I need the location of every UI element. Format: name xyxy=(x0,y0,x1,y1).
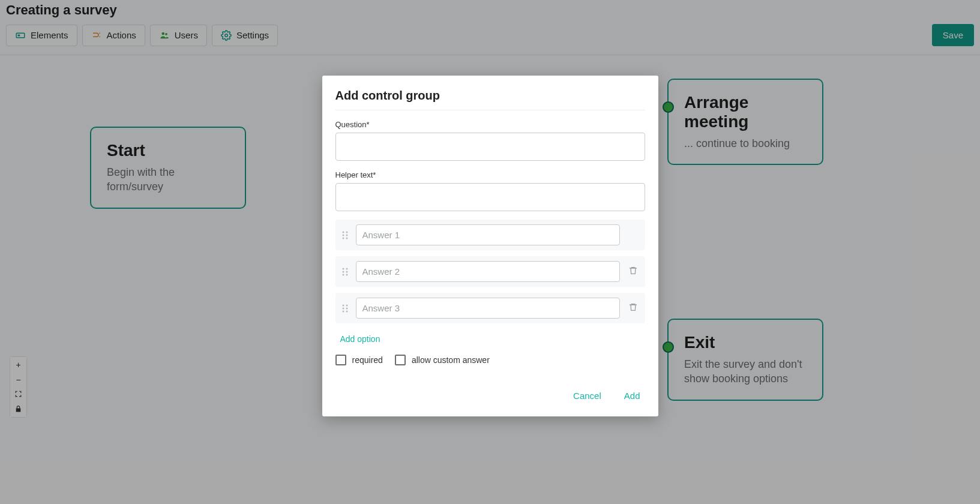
trash-icon xyxy=(628,266,638,277)
svg-point-10 xyxy=(346,237,347,239)
drag-handle-icon[interactable] xyxy=(339,266,351,278)
svg-point-7 xyxy=(342,234,344,236)
svg-point-5 xyxy=(342,231,344,233)
question-input[interactable] xyxy=(335,133,645,161)
drag-handle-icon[interactable] xyxy=(339,302,351,314)
checkbox-icon xyxy=(395,355,406,365)
modal-overlay[interactable]: Add control group Question* Helper text* xyxy=(0,0,980,504)
svg-point-19 xyxy=(342,307,344,309)
svg-point-9 xyxy=(342,237,344,239)
svg-point-13 xyxy=(342,271,344,272)
modal-title: Add control group xyxy=(335,89,645,110)
svg-point-8 xyxy=(346,234,347,236)
drag-handle-icon[interactable] xyxy=(339,229,351,241)
svg-point-12 xyxy=(346,268,347,269)
answer-row xyxy=(335,220,645,250)
add-control-group-modal: Add control group Question* Helper text* xyxy=(322,76,658,416)
svg-point-17 xyxy=(342,304,344,306)
svg-point-15 xyxy=(342,274,344,275)
checkbox-icon xyxy=(335,355,346,365)
svg-point-20 xyxy=(346,307,347,309)
delete-answer-button[interactable] xyxy=(625,300,642,317)
svg-point-22 xyxy=(346,310,347,312)
add-option-button[interactable]: Add option xyxy=(335,332,385,346)
answer-input[interactable] xyxy=(356,298,620,319)
answer-input[interactable] xyxy=(356,261,620,282)
allow-custom-checkbox[interactable]: allow custom answer xyxy=(395,355,490,365)
checkbox-row: required allow custom answer xyxy=(335,355,645,365)
required-label: required xyxy=(352,355,383,365)
modal-actions: Cancel Add xyxy=(335,387,645,404)
trash-spacer xyxy=(625,227,642,244)
svg-point-18 xyxy=(346,304,347,306)
add-button[interactable]: Add xyxy=(619,387,645,404)
answer-row xyxy=(335,293,645,323)
delete-answer-button[interactable] xyxy=(625,263,642,280)
svg-point-16 xyxy=(346,274,347,275)
allow-custom-label: allow custom answer xyxy=(412,355,490,365)
trash-icon xyxy=(628,302,638,314)
svg-point-6 xyxy=(346,231,347,233)
question-label: Question* xyxy=(335,120,645,129)
helper-text-label: Helper text* xyxy=(335,170,645,179)
helper-text-input[interactable] xyxy=(335,183,645,211)
answers-list xyxy=(335,220,645,323)
svg-point-11 xyxy=(342,268,344,269)
answer-row xyxy=(335,256,645,287)
svg-point-14 xyxy=(346,271,347,272)
cancel-button[interactable]: Cancel xyxy=(568,387,606,404)
answer-input[interactable] xyxy=(356,224,620,245)
svg-point-21 xyxy=(342,310,344,312)
required-checkbox[interactable]: required xyxy=(335,355,383,365)
